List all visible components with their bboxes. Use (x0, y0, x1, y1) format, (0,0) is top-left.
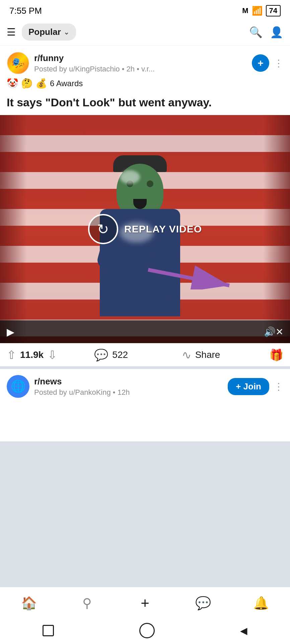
post2-content-placeholder (0, 401, 290, 441)
top-nav: ☰ Popular ⌄ 🔍 👤 (0, 20, 290, 46)
explore-icon: ⚲ (82, 596, 92, 610)
left-vignette (0, 115, 27, 343)
vote-count: 11.9k (20, 350, 44, 360)
upvote-section: ⇧ 11.9k ⇩ (7, 348, 94, 362)
nav-item-create[interactable]: + (116, 595, 174, 611)
post-author-info: Posted by u/KingPistachio • 2h • v.r... (34, 65, 155, 73)
post2-header-left: 🌐 r/news Posted by u/PankoKing • 12h (7, 375, 130, 398)
post-card-1: 🎭 r/funny Posted by u/KingPistachio • 2h… (0, 46, 290, 366)
comment-count: 522 (112, 350, 128, 360)
post2-subreddit-name[interactable]: r/news (34, 376, 130, 387)
arrow-svg (145, 263, 239, 289)
hamburger-icon[interactable]: ☰ (7, 26, 16, 38)
awards-row: 🤡 🤔 💰 6 Awards (0, 78, 290, 92)
share-section[interactable]: ∿ Share (182, 348, 269, 362)
award-emoji-3: 💰 (35, 78, 47, 89)
comments-section[interactable]: 💬 522 (94, 348, 182, 362)
award-emoji-2: 🤔 (21, 78, 33, 89)
mute-icon[interactable]: 🔊✕ (264, 326, 283, 337)
video-controls-bar: ▶ 🔊✕ (0, 320, 290, 343)
nav-item-chat[interactable]: 💬 (174, 596, 232, 610)
nav-left: ☰ Popular ⌄ (7, 23, 76, 41)
award-section[interactable]: 🎁 (269, 348, 283, 362)
purple-arrow (145, 263, 239, 289)
post2-header-right: + Join ⋮ (228, 378, 283, 395)
award-emoji-1: 🤡 (7, 78, 18, 89)
svg-line-1 (148, 270, 229, 286)
create-icon: + (141, 595, 149, 611)
subreddit-avatar-funny[interactable]: 🎭 (7, 52, 29, 74)
person-eye-right (147, 180, 153, 187)
replay-overlay[interactable]: ↻ REPLAY VIDEO (88, 214, 202, 244)
awards-count: 6 Awards (50, 79, 83, 88)
downvote-icon[interactable]: ⇩ (48, 348, 57, 362)
post-header-1: 🎭 r/funny Posted by u/KingPistachio • 2h… (0, 46, 290, 78)
chat-icon: 💬 (195, 596, 211, 610)
replay-circle[interactable]: ↻ (88, 214, 118, 244)
status-icons: M 📶 74 (242, 5, 281, 16)
bell-icon: 🔔 (253, 596, 269, 610)
search-icon[interactable]: 🔍 (249, 26, 263, 39)
post-header-left: 🎭 r/funny Posted by u/KingPistachio • 2h… (7, 52, 155, 74)
post-title[interactable]: It says "Don't Look" but went anyway. (0, 92, 290, 115)
post-actions: ⇧ 11.9k ⇩ 💬 522 ∿ Share 🎁 (0, 343, 290, 366)
post-meta: r/funny Posted by u/KingPistachio • 2h •… (34, 53, 155, 73)
video-container[interactable]: ↻ REPLAY VIDEO ▶ 🔊✕ (0, 115, 290, 343)
post2-author-info: Posted by u/PankoKing • 12h (34, 388, 130, 397)
share-icon: ∿ (182, 348, 191, 362)
post2-more-button[interactable]: ⋮ (274, 381, 283, 392)
android-square-icon[interactable] (43, 625, 54, 636)
post2-meta: r/news Posted by u/PankoKing • 12h (34, 376, 130, 397)
post-header-right: + ⋮ (252, 54, 283, 72)
subreddit-avatar-news[interactable]: 🌐 (7, 375, 29, 398)
battery-icon: 74 (266, 5, 281, 16)
nav-item-explore[interactable]: ⚲ (58, 596, 116, 610)
post2-join-button[interactable]: + Join (228, 378, 269, 395)
wifi-icon: 📶 (252, 6, 263, 16)
right-vignette (263, 115, 290, 343)
post-card-2: 🌐 r/news Posted by u/PankoKing • 12h + J… (0, 369, 290, 441)
carrier-icon: M (242, 6, 248, 15)
face-splatter (120, 170, 140, 184)
upvote-icon[interactable]: ⇧ (7, 348, 16, 362)
post-header-2: 🌐 r/news Posted by u/PankoKing • 12h + J… (0, 369, 290, 401)
status-time: 7:55 PM (9, 6, 42, 16)
comment-icon: 💬 (94, 348, 108, 362)
android-back-icon[interactable]: ◀ (240, 625, 247, 636)
person-mouth (133, 199, 147, 209)
subreddit-name[interactable]: r/funny (34, 53, 155, 63)
replay-label[interactable]: REPLAY VIDEO (124, 223, 202, 235)
bottom-nav: 🏠 ⚲ + 💬 🔔 (0, 587, 290, 617)
status-bar: 7:55 PM M 📶 74 (0, 0, 290, 20)
more-options-button[interactable]: ⋮ (274, 58, 283, 69)
play-icon[interactable]: ▶ (7, 326, 14, 338)
popular-dropdown-button[interactable]: Popular ⌄ (22, 23, 76, 41)
award-icon: 🎁 (269, 348, 283, 361)
join-button[interactable]: + (252, 54, 269, 72)
nav-right: 🔍 👤 (249, 26, 283, 39)
nav-item-notifications[interactable]: 🔔 (232, 596, 290, 610)
home-icon: 🏠 (21, 596, 37, 610)
android-home-icon[interactable] (139, 623, 155, 638)
chevron-down-icon: ⌄ (64, 28, 69, 36)
profile-icon[interactable]: 👤 (270, 26, 283, 39)
popular-label: Popular (28, 27, 61, 37)
share-label: Share (195, 350, 220, 360)
replay-icon: ↻ (97, 221, 109, 237)
android-nav: ◀ (0, 617, 290, 644)
nav-item-home[interactable]: 🏠 (0, 596, 58, 610)
